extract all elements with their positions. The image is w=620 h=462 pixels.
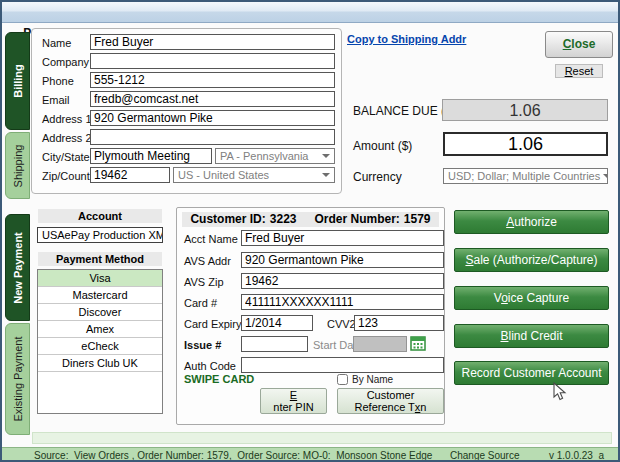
card-expiry-label: Card Expiry [184,318,241,330]
tab-shipping[interactable]: Shipping [5,132,30,199]
change-source-link[interactable]: Change Source [450,450,520,461]
email-field[interactable] [90,91,335,107]
issue-number-label: Issue # [184,339,221,351]
auth-code-label: Auth Code [184,360,236,372]
currency-label: Currency [353,170,402,184]
currency-selected: USD; Dollar; Multiple Countries [448,170,600,182]
enter-pin-button[interactable]: Enter PIN [260,388,327,414]
record-customer-account-button[interactable]: Record Customer Account [454,361,609,385]
tab-existing-payment-label: Existing Payment [12,337,24,422]
issue-number-field[interactable] [241,336,308,352]
state-dropdown[interactable]: PA - Pennsylvania [215,148,335,164]
payment-method-amex[interactable]: Amex [38,321,162,338]
address1-field[interactable] [90,110,335,126]
phone-field[interactable] [90,72,335,88]
payment-method-echeck[interactable]: eCheck [38,338,162,355]
window-titlebar: Payment Terminal: My Test Company [2,2,618,23]
account-dropdown[interactable]: USAePay Production XML [37,227,163,243]
cvv2-label: CVV2 [327,318,356,330]
customer-id-value: 3223 [270,212,297,227]
voice-capture-button[interactable]: Voice Capture [454,286,609,310]
customer-reference-txn-button[interactable]: Customer Reference Txn [337,388,444,414]
address2-label: Address 2 [42,132,92,144]
customer-id-label: Customer ID: [190,212,265,227]
cvv2-field[interactable] [354,315,444,331]
amount-label: Amount ($) [353,139,412,153]
customer-reference-line2: Reference Txn [355,401,427,413]
tab-shipping-label: Shipping [12,144,24,187]
close-button[interactable]: Close [545,31,613,58]
authorize-button[interactable]: Authorize [454,210,609,234]
acct-name-field[interactable] [241,230,444,246]
acct-name-label: Acct Name [184,233,238,245]
card-number-field[interactable] [241,294,444,310]
tab-new-payment[interactable]: New Payment [5,214,30,321]
payment-terminal-window: Payment Terminal: My Test Company Billin… [0,0,620,462]
tab-existing-payment[interactable]: Existing Payment [5,323,30,435]
status-source-text: Source: View Orders , Order Number: 1579… [34,450,432,461]
payment-method-list: Visa Mastercard Discover Amex eCheck Din… [37,269,163,414]
version-text: v 1.0.0.23 a [549,450,604,461]
zip-field[interactable] [90,167,170,183]
currency-dropdown[interactable]: USD; Dollar; Multiple Countries [443,168,608,184]
card-expiry-field[interactable] [241,315,313,331]
status-bar: Source: View Orders , Order Number: 1579… [2,447,618,462]
by-name-checkbox[interactable] [337,374,348,385]
avs-zip-label: AVS Zip [184,276,224,288]
avs-addr-label: AVS Addr [184,255,231,267]
company-field[interactable] [90,53,335,69]
customer-order-header: Customer ID: 3223 Order Number: 1579 [182,212,439,227]
state-selected: PA - Pennsylvania [220,150,308,162]
chevron-down-icon [322,154,330,158]
blind-credit-button[interactable]: Blind Credit [454,324,609,348]
payment-method-mastercard[interactable]: Mastercard [38,287,162,304]
city-field[interactable] [90,148,212,164]
email-label: Email [42,94,70,106]
calendar-icon[interactable] [410,335,426,351]
tab-new-payment-label: New Payment [12,232,24,304]
avs-zip-field[interactable] [241,273,444,289]
auth-code-field[interactable] [241,357,444,373]
country-dropdown[interactable]: US - United States [173,167,335,183]
tab-billing-label: Billing [12,64,24,98]
reset-button[interactable]: Reset [555,64,603,78]
order-number-value: 1579 [404,212,431,227]
account-selected: USAePay Production XML [42,229,163,241]
bottom-progress-strip [32,432,612,444]
tab-billing[interactable]: Billing [5,32,30,130]
company-label: Company [42,56,89,68]
account-header: Account [38,209,162,223]
country-selected: US - United States [178,169,269,181]
copy-to-shipping-link[interactable]: Copy to Shipping Addr [347,33,466,45]
amount-field[interactable]: 1.06 [443,132,608,156]
start-date-field [353,336,407,352]
payment-method-header: Payment Method [38,252,162,266]
name-field[interactable] [90,34,335,50]
avs-addr-field[interactable] [241,252,444,268]
city-state-label: City/State [42,151,90,163]
payment-method-discover[interactable]: Discover [38,304,162,321]
balance-due-label: BALANCE DUE ($) [353,104,456,118]
balance-due-value: 1.06 [442,99,608,121]
address2-field[interactable] [90,129,335,145]
customer-reference-line1: Customer [367,389,415,401]
swipe-card-label: SWIPE CARD [184,373,254,385]
by-name-label: By Name [352,374,393,385]
payment-method-diners[interactable]: Diners Club UK [38,355,162,372]
chevron-down-icon [603,174,608,178]
sale-button[interactable]: Sale (Authorize/Capture) [454,248,609,272]
chevron-down-icon [322,173,330,177]
card-number-label: Card # [184,297,217,309]
name-label: Name [42,37,71,49]
order-number-label: Order Number: [314,212,399,227]
mouse-cursor [552,382,568,402]
address1-label: Address 1 [42,113,92,125]
phone-label: Phone [42,75,74,87]
payment-method-visa[interactable]: Visa [38,270,162,287]
